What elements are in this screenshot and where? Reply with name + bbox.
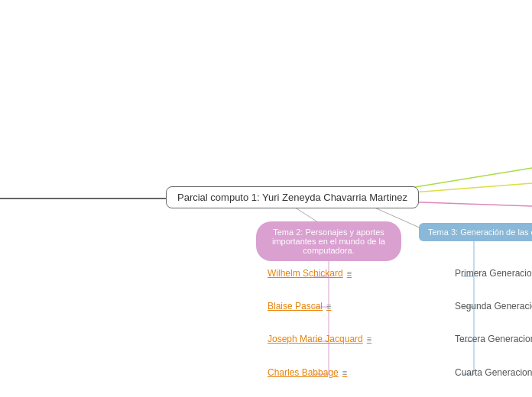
- gen-segunda[interactable]: Segunda Generacion ≡: [455, 301, 532, 311]
- tema2-node[interactable]: Tema 2: Personajes y aportes importantes…: [256, 221, 401, 261]
- tema2-label: Tema 2: Personajes y aportes importantes…: [272, 228, 385, 255]
- mindmap-canvas: Parcial computo 1: Yuri Zeneyda Chavarri…: [0, 0, 532, 397]
- lines-icon: ≡: [367, 334, 371, 344]
- lines-icon: ≡: [326, 302, 331, 311]
- person-joseph[interactable]: Joseph Marie Jacquard ≡: [268, 334, 371, 344]
- person-charles-label: Charles Babbage: [268, 367, 339, 378]
- central-node[interactable]: Parcial computo 1: Yuri Zeneyda Chavarri…: [166, 186, 419, 208]
- lines-icon: ≡: [347, 269, 352, 278]
- gen-tercera-label: Tercera Generacion: [455, 334, 532, 344]
- gen-cuarta[interactable]: Cuarta Generacion ≡: [455, 367, 532, 378]
- person-blaise[interactable]: Blaise Pascal ≡: [268, 301, 331, 311]
- person-wilhelm[interactable]: Wilhelm Schickard ≡: [268, 268, 352, 279]
- gen-tercera[interactable]: Tercera Generacion ≡: [455, 334, 532, 344]
- tema3-label: Tema 3: Generación de las comput...: [428, 228, 532, 237]
- gen-segunda-label: Segunda Generacion: [455, 301, 532, 311]
- person-blaise-label: Blaise Pascal: [268, 301, 323, 311]
- person-charles[interactable]: Charles Babbage ≡: [268, 367, 347, 378]
- person-wilhelm-label: Wilhelm Schickard: [268, 268, 343, 279]
- central-label: Parcial computo 1: Yuri Zeneyda Chavarri…: [177, 192, 407, 203]
- gen-primera[interactable]: Primera Generacion ≡: [455, 268, 532, 279]
- gen-primera-label: Primera Generacion: [455, 268, 532, 279]
- person-joseph-label: Joseph Marie Jacquard: [268, 334, 363, 344]
- tema3-node[interactable]: Tema 3: Generación de las comput...: [419, 223, 532, 241]
- gen-cuarta-label: Cuarta Generacion: [455, 367, 532, 378]
- lines-icon: ≡: [342, 368, 347, 377]
